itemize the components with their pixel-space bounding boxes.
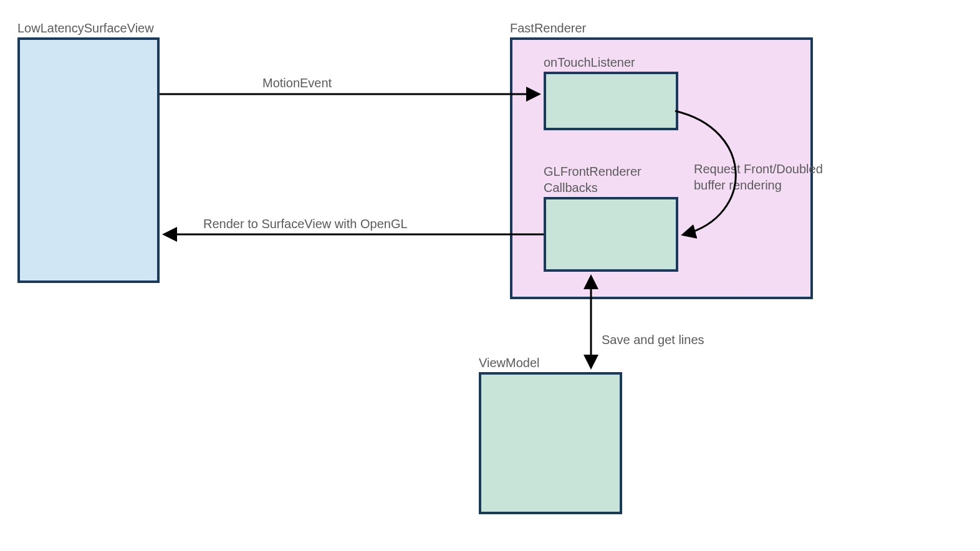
low-latency-surface-view-box (17, 37, 160, 283)
on-touch-listener-label: onTouchListener (544, 54, 635, 70)
render-to-surfaceview-edge-label: Render to SurfaceView with OpenGL (203, 216, 408, 232)
request-front-doubled-edge-label: Request Front/Doubled buffer rendering (694, 161, 823, 193)
view-model-label: ViewModel (479, 355, 539, 371)
on-touch-listener-box (544, 72, 678, 130)
gl-front-renderer-callbacks-box (544, 197, 678, 272)
fast-renderer-label: FastRenderer (510, 20, 586, 36)
save-and-get-lines-edge-label: Save and get lines (602, 332, 704, 348)
low-latency-surface-view-label: LowLatencySurfaceView (17, 20, 154, 36)
motion-event-edge-label: MotionEvent (262, 75, 332, 91)
view-model-box (479, 372, 622, 514)
gl-front-renderer-callbacks-label: GLFrontRenderer Callbacks (544, 163, 641, 196)
